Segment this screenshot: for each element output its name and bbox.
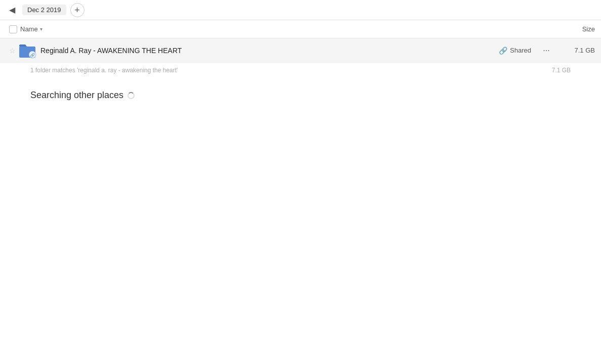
- match-info-size: 7.1 GB: [552, 67, 571, 74]
- file-icon: 🔗: [18, 41, 36, 60]
- top-bar: ◀ Dec 2 2019 +: [0, 0, 601, 20]
- back-button[interactable]: ◀: [6, 4, 18, 16]
- loading-spinner: [127, 92, 135, 99]
- svg-text:🔗: 🔗: [30, 53, 35, 58]
- name-column-label: Name: [20, 25, 38, 33]
- breadcrumb[interactable]: Dec 2 2019: [22, 5, 66, 15]
- file-name[interactable]: Reginald A. Ray - AWAKENING THE HEART: [40, 47, 499, 55]
- add-button[interactable]: +: [70, 3, 84, 17]
- searching-label: Searching other places: [30, 90, 571, 101]
- select-all-checkbox[interactable]: [6, 25, 20, 33]
- searching-text: Searching other places: [30, 90, 123, 101]
- checkbox[interactable]: [9, 25, 17, 33]
- column-header-row: Name ▾ Size: [0, 20, 601, 38]
- sort-chevron-icon: ▾: [40, 26, 42, 32]
- star-icon[interactable]: ☆: [6, 47, 18, 55]
- link-icon: 🔗: [499, 47, 507, 55]
- searching-section: Searching other places: [0, 78, 601, 113]
- match-info-text: 1 folder matches 'reginald a. ray - awak…: [30, 67, 178, 74]
- shared-badge[interactable]: 🔗 Shared: [499, 47, 531, 55]
- more-options-button[interactable]: ···: [539, 43, 553, 58]
- match-info-row: 1 folder matches 'reginald a. ray - awak…: [0, 63, 601, 78]
- shared-label: Shared: [510, 47, 531, 54]
- file-row[interactable]: ☆ 🔗 Reginald A. Ray - AWAKENING THE HEAR…: [0, 38, 601, 63]
- name-column-header[interactable]: Name ▾: [20, 25, 554, 33]
- file-size: 7.1 GB: [560, 47, 595, 54]
- size-column-header: Size: [554, 25, 595, 33]
